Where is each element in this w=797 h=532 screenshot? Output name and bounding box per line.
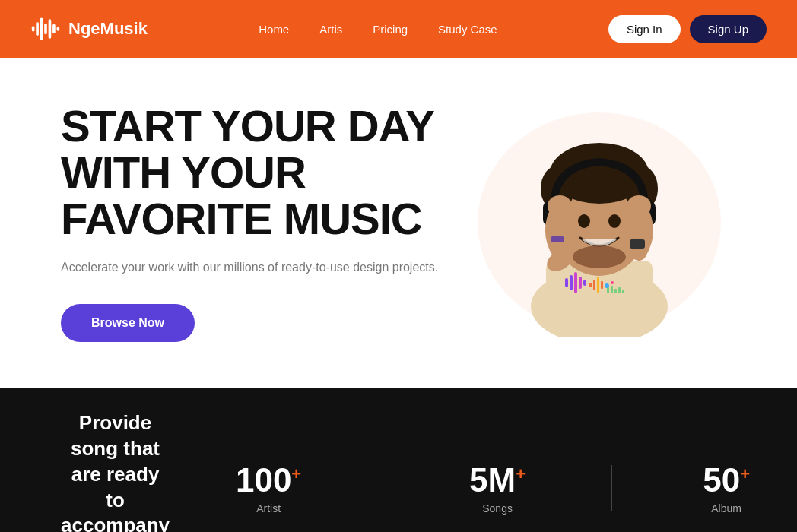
svg-point-18 bbox=[608, 214, 621, 228]
brand-name: NgeMusik bbox=[68, 19, 148, 39]
svg-rect-42 bbox=[622, 290, 624, 293]
stat-album-number: 50+ bbox=[688, 461, 764, 499]
svg-rect-39 bbox=[611, 286, 613, 293]
svg-rect-5 bbox=[52, 24, 56, 34]
svg-rect-26 bbox=[551, 236, 564, 242]
stats-divider-3 bbox=[611, 465, 612, 511]
hero-subtitle: Accelerate your work with our millions o… bbox=[61, 258, 447, 277]
svg-rect-1 bbox=[36, 22, 39, 36]
svg-rect-41 bbox=[618, 287, 621, 293]
nav-pricing[interactable]: Pricing bbox=[373, 23, 408, 36]
navbar: NgeMusik Home Artis Pricing Study Case S… bbox=[0, 0, 797, 58]
svg-point-17 bbox=[578, 214, 590, 228]
stats-divider-2 bbox=[383, 465, 383, 511]
svg-rect-30 bbox=[579, 277, 582, 289]
svg-rect-28 bbox=[570, 275, 573, 290]
stat-songs-number: 5M+ bbox=[459, 461, 535, 499]
nav-home[interactable]: Home bbox=[259, 23, 289, 36]
browse-now-button[interactable]: Browse Now bbox=[61, 304, 195, 342]
hero-left: START YOUR DAY WITH YOUR FAVORITE MUSIC … bbox=[61, 103, 447, 342]
navbar-left: NgeMusik bbox=[30, 14, 148, 44]
svg-rect-25 bbox=[630, 239, 645, 249]
svg-rect-6 bbox=[57, 27, 60, 30]
stats-section: Provide song that are ready to accompany… bbox=[0, 388, 797, 532]
svg-rect-32 bbox=[589, 283, 592, 287]
stats-tagline: Provide song that are ready to accompany… bbox=[61, 410, 170, 532]
signup-button[interactable]: Sign Up bbox=[690, 15, 767, 43]
svg-rect-35 bbox=[601, 281, 603, 289]
nav-links: Home Artis Pricing Study Case bbox=[259, 23, 497, 36]
svg-rect-38 bbox=[607, 287, 609, 293]
stat-artist: 100+ Artist bbox=[230, 461, 306, 515]
stat-songs: 5M+ Songs bbox=[459, 461, 535, 515]
hero-person-illustration bbox=[447, 109, 721, 337]
logo-waveform-icon bbox=[30, 14, 61, 44]
svg-rect-34 bbox=[597, 277, 599, 293]
svg-rect-27 bbox=[565, 278, 568, 287]
svg-rect-2 bbox=[40, 17, 43, 40]
svg-rect-40 bbox=[614, 289, 617, 293]
svg-point-37 bbox=[611, 281, 614, 284]
nav-artis[interactable]: Artis bbox=[319, 23, 342, 36]
stat-songs-label: Songs bbox=[459, 502, 535, 515]
signin-button[interactable]: Sign In bbox=[608, 15, 681, 43]
svg-rect-0 bbox=[32, 26, 35, 31]
stat-artist-number: 100+ bbox=[230, 461, 306, 499]
stat-album-label: Album bbox=[688, 502, 764, 515]
svg-rect-3 bbox=[44, 24, 47, 35]
stats-right: 100+ Artist 5M+ Songs 50+ Album bbox=[230, 461, 764, 515]
stat-artist-label: Artist bbox=[230, 502, 306, 515]
hero-section: START YOUR DAY WITH YOUR FAVORITE MUSIC … bbox=[0, 58, 797, 388]
svg-rect-33 bbox=[593, 280, 595, 290]
stat-album: 50+ Album bbox=[688, 461, 764, 515]
hero-title: START YOUR DAY WITH YOUR FAVORITE MUSIC bbox=[61, 103, 447, 242]
svg-rect-31 bbox=[583, 280, 586, 286]
nav-study-case[interactable]: Study Case bbox=[438, 23, 497, 36]
hero-image-area bbox=[447, 109, 736, 337]
svg-point-23 bbox=[548, 195, 572, 217]
svg-point-24 bbox=[627, 195, 651, 217]
svg-rect-4 bbox=[49, 19, 52, 38]
svg-rect-29 bbox=[574, 272, 577, 293]
svg-point-19 bbox=[573, 245, 626, 268]
navbar-right: Sign In Sign Up bbox=[608, 15, 767, 43]
